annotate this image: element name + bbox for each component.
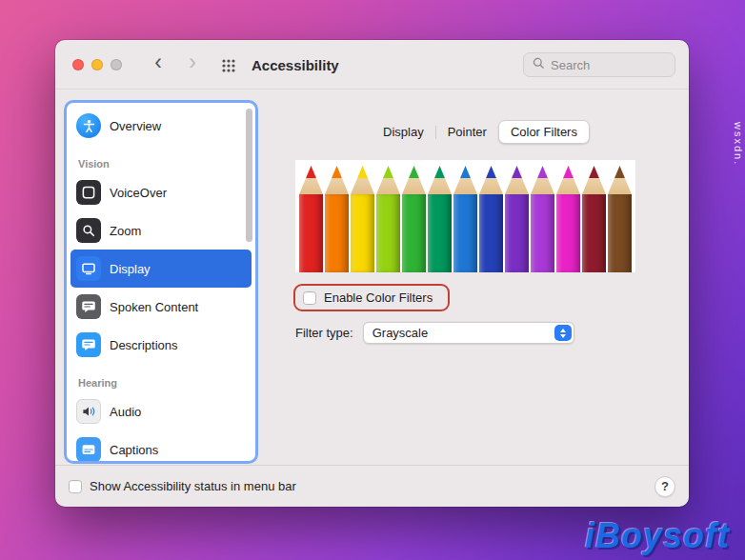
sidebar-focus-ring: Overview Vision VoiceOver (67, 103, 255, 461)
tab-pointer[interactable]: Pointer (436, 121, 498, 143)
search-placeholder: Search (551, 58, 590, 72)
pencil (428, 166, 452, 272)
pencil-image (295, 160, 635, 272)
desktop-background: wsxdn. ‹ › Accessibility (0, 0, 745, 560)
display-icon (76, 256, 101, 281)
annotation-highlight: Enable Color Filters (293, 284, 450, 311)
sidebar-item-captions[interactable]: Captions (70, 430, 252, 461)
spoken-content-icon (76, 294, 101, 319)
sidebar-item-audio[interactable]: Audio (70, 392, 252, 430)
sidebar-item-label: Zoom (110, 224, 141, 238)
sidebar-item-descriptions[interactable]: Descriptions (70, 326, 252, 364)
sidebar-item-zoom[interactable]: Zoom (70, 211, 252, 250)
zoom-window-button[interactable] (111, 59, 122, 70)
popup-chevrons-icon (554, 325, 572, 341)
pencil (608, 166, 632, 272)
minimize-window-button[interactable] (91, 59, 103, 70)
sidebar-item-label: Audio (110, 405, 141, 419)
show-all-grid-icon[interactable] (221, 58, 236, 73)
close-window-button[interactable] (72, 59, 84, 70)
pencil (376, 166, 400, 272)
show-status-label: Show Accessibility status in menu bar (90, 479, 296, 493)
pencil (582, 166, 606, 272)
pencil (299, 166, 323, 272)
sidebar-item-overview[interactable]: Overview (70, 107, 252, 145)
forward-button[interactable]: › (181, 52, 204, 71)
tab-bar: Display Pointer Color Filters (272, 120, 689, 144)
filter-type-value: Grayscale (372, 326, 429, 340)
sidebar-section-hearing: Hearing (67, 364, 255, 392)
enable-color-filters-label: Enable Color Filters (324, 290, 433, 305)
window-title: Accessibility (252, 57, 339, 73)
accessibility-window: ‹ › Accessibility (55, 40, 689, 507)
sidebar-item-label: Spoken Content (110, 300, 198, 314)
filter-type-row: Filter type: Grayscale (295, 322, 574, 344)
overview-icon (76, 113, 101, 138)
sidebar-item-label: Captions (110, 443, 158, 457)
window-titlebar: ‹ › Accessibility (55, 40, 689, 90)
audio-icon (76, 399, 101, 424)
sidebar-item-spoken-content[interactable]: Spoken Content (70, 288, 252, 326)
sidebar-item-display[interactable]: Display (70, 250, 252, 288)
pencil (325, 166, 349, 272)
enable-color-filters-checkbox[interactable] (303, 291, 316, 305)
sidebar-item-label: Display (110, 262, 151, 276)
search-icon (532, 56, 545, 73)
sidebar-item-label: Overview (110, 119, 161, 133)
descriptions-icon (76, 332, 101, 357)
sidebar-section-vision: Vision (67, 145, 255, 173)
search-input[interactable]: Search (523, 52, 675, 77)
pencil (351, 166, 374, 272)
window-footer: Show Accessibility status in menu bar ? (55, 465, 689, 507)
tab-display[interactable]: Display (372, 121, 435, 143)
sidebar-item-label: VoiceOver (110, 186, 167, 200)
pencil (453, 166, 477, 272)
filter-type-popup[interactable]: Grayscale (363, 322, 574, 344)
brand-watermark: iBoysoft (585, 516, 730, 556)
sidebar-scrollbar[interactable] (246, 109, 252, 242)
filter-type-label: Filter type: (295, 326, 353, 340)
pencil (402, 166, 426, 272)
side-watermark: wsxdn. (733, 122, 744, 166)
zoom-icon (76, 218, 101, 243)
sidebar-item-label: Descriptions (110, 338, 178, 352)
pencil (479, 166, 503, 272)
back-button[interactable]: ‹ (147, 52, 170, 71)
captions-icon (76, 437, 101, 461)
help-button[interactable]: ? (654, 476, 675, 497)
traffic-lights (72, 59, 122, 70)
sidebar: Overview Vision VoiceOver (67, 103, 255, 461)
pencil (505, 166, 529, 272)
voiceover-icon (76, 180, 101, 205)
pencil (556, 166, 580, 272)
show-status-checkbox[interactable] (69, 480, 82, 493)
tab-color-filters[interactable]: Color Filters (498, 120, 590, 144)
sidebar-item-voiceover[interactable]: VoiceOver (70, 173, 252, 211)
pencil (531, 166, 554, 272)
